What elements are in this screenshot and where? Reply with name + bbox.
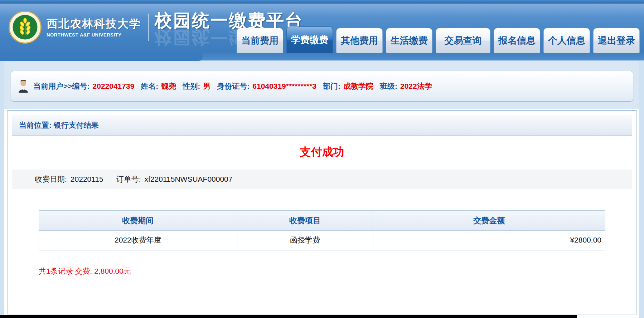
cell-payment-amount: ¥2800.00	[373, 231, 605, 250]
tab-living-payment[interactable]: 生活缴费	[386, 28, 432, 53]
university-names: 西北农林科技大学 NORTHWEST A&F UNIVERSITY	[47, 16, 141, 38]
user-avatar-icon	[18, 80, 29, 93]
user-prefix: 当前用户>>	[33, 81, 72, 91]
window-bottom-edge	[0, 315, 577, 318]
field-label-id: 编号:	[72, 81, 90, 91]
university-name-en: NORTHWEST A&F UNIVERSITY	[47, 32, 141, 38]
charge-date-label: 收费日期:	[35, 174, 67, 184]
window-left-edge	[0, 61, 4, 318]
field-value-id: 2022041739	[93, 82, 135, 90]
tab-logout[interactable]: 退出登录	[593, 28, 640, 53]
tab-current-fees[interactable]: 当前费用	[237, 28, 283, 53]
user-info-bar: 当前用户>> 编号: 2022041739 姓名: 魏尧 性别: 男 身份证号:…	[11, 71, 633, 102]
record-summary: 共1条记录 交费: 2,800.00元	[39, 266, 632, 276]
header: 西北农林科技大学 NORTHWEST A&F UNIVERSITY 校园统一缴费…	[0, 4, 644, 53]
field-label-department: 部门:	[323, 81, 340, 91]
breadcrumb: 当前位置: 银行支付结果	[12, 115, 632, 136]
field-label-gender: 性别:	[183, 81, 200, 91]
field-value-department: 成教学院	[343, 81, 373, 91]
window-right-edge	[639, 61, 644, 318]
column-header-period: 收费期间	[39, 211, 237, 231]
payment-details-bar: 收费日期: 20220115 订单号: xf220115NWSUAF000007	[12, 170, 632, 189]
university-name-cn: 西北农林科技大学	[47, 16, 141, 31]
field-value-gender: 男	[203, 81, 210, 91]
cell-charge-item: 函授学费	[237, 231, 373, 250]
table-row: 2022收费年度 函授学费 ¥2800.00	[39, 231, 605, 250]
tab-personal-info[interactable]: 个人信息	[543, 28, 590, 53]
order-number-value: xf220115NWSUAF000007	[145, 175, 233, 184]
field-label-id-card: 身份证号:	[217, 81, 250, 91]
payment-table: 收费期间 收费项目 交费金额 2022收费年度 函授学费 ¥2800.00	[39, 210, 605, 250]
header-row: 收费期间 收费项目 交费金额	[39, 211, 605, 231]
payment-result-title: 支付成功	[12, 145, 632, 160]
brand-divider	[148, 14, 149, 41]
payment-table-head: 收费期间 收费项目 交费金额	[39, 211, 605, 231]
order-number-label: 订单号:	[116, 174, 141, 184]
field-label-class: 班级:	[380, 81, 397, 91]
university-logo-icon	[9, 11, 42, 44]
window-top-edge	[0, 0, 644, 4]
header-strip-left-accent	[0, 53, 203, 61]
column-header-amount: 交费金额	[373, 211, 605, 231]
payment-table-body: 2022收费年度 函授学费 ¥2800.00	[39, 231, 605, 250]
breadcrumb-text: 当前位置: 银行支付结果	[19, 120, 99, 130]
column-header-item: 收费项目	[237, 211, 373, 231]
main-panel: 当前位置: 银行支付结果 支付成功 收费日期: 20220115 订单号: xf…	[7, 110, 637, 314]
tab-transaction-query[interactable]: 交易查询	[436, 28, 490, 53]
header-bottom-strip	[0, 53, 644, 61]
field-value-class: 2022法学	[400, 81, 432, 91]
field-value-id-card: 61040319*********3	[252, 82, 316, 90]
cell-charge-period: 2022收费年度	[39, 231, 237, 250]
field-value-name: 魏尧	[161, 81, 176, 91]
nav-tabs: 当前费用 学费缴费 其他费用 生活缴费 交易查询 报名信息 个人信息 退出登录	[237, 26, 640, 53]
tab-registration-info[interactable]: 报名信息	[494, 28, 540, 53]
tab-tuition-payment[interactable]: 学费缴费	[286, 26, 333, 53]
field-label-name: 姓名:	[141, 81, 158, 91]
charge-date-value: 20220115	[71, 175, 103, 184]
user-band: 当前用户>> 编号: 2022041739 姓名: 魏尧 性别: 男 身份证号:…	[0, 61, 644, 109]
tab-other-fees[interactable]: 其他费用	[336, 28, 383, 53]
